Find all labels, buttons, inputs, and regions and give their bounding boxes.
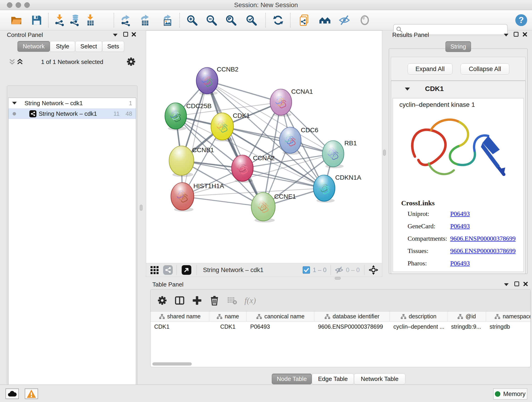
collapse-panel-icon[interactable] <box>503 282 509 287</box>
table-panel-title: Table Panel <box>152 281 184 288</box>
network-node-CDKN1A[interactable] <box>313 175 335 203</box>
network-node-CCNA2[interactable] <box>232 155 253 183</box>
table-cell-1[interactable]: CDK1 <box>209 322 247 332</box>
table-cell-3[interactable]: 9606.ENSP00000378699 <box>314 322 390 332</box>
collapse-panel-icon[interactable] <box>503 33 509 37</box>
expand-all-networks-icon[interactable] <box>17 58 23 65</box>
birdseye-view-button[interactable] <box>182 265 191 275</box>
close-panel-icon[interactable] <box>523 281 528 287</box>
tab-node-table[interactable]: Node Table <box>272 374 312 384</box>
tab-network[interactable]: Network <box>17 41 50 52</box>
network-node-RB1[interactable] <box>322 141 344 168</box>
warning-button[interactable] <box>25 389 38 399</box>
tab-select[interactable]: Select <box>75 41 102 52</box>
network-canvas[interactable]: CCNB2CCNA1CDC25BCDK1CDC6RB1CCNB1CCNA2CDK… <box>146 31 382 263</box>
help-button[interactable]: ? <box>515 13 528 27</box>
show-hidden-button[interactable] <box>358 13 371 27</box>
column-header-1[interactable]: name <box>209 312 247 321</box>
hierarchy-icon <box>159 314 165 319</box>
tab-string-label: String <box>450 43 466 50</box>
left-splitter-handle[interactable] <box>140 205 143 211</box>
collapse-all-button[interactable]: Collapse All <box>461 64 509 75</box>
tab-style[interactable]: Style <box>50 41 75 52</box>
table-row[interactable]: CDK1CDK1P064939606.ENSP00000378699cyclin… <box>151 322 530 332</box>
crosslink-value[interactable]: 9606.ENSP00000378699 <box>450 247 515 255</box>
network-node-CDC25B[interactable] <box>165 103 186 130</box>
zoom-in-button[interactable] <box>185 13 199 27</box>
network-collection-row[interactable]: String Network – cdk1 1 <box>8 98 136 108</box>
cell-value: 9606.ENSP00000378699 <box>318 323 383 330</box>
export-network-button[interactable] <box>119 13 133 27</box>
toolbar-separator <box>196 265 196 275</box>
close-panel-icon[interactable] <box>522 32 527 37</box>
collection-expand-icon[interactable] <box>12 101 17 105</box>
network-graph[interactable]: CCNB2CCNA1CDC25BCDK1CDC6RB1CCNB1CCNA2CDK… <box>146 31 382 263</box>
table-gear-icon[interactable] <box>157 295 167 306</box>
zoom-fit-button[interactable] <box>224 13 238 27</box>
network-node-HIST1H1A[interactable] <box>171 183 194 212</box>
import-network-database-button[interactable] <box>68 13 82 27</box>
float-panel-icon[interactable] <box>514 281 519 286</box>
table-cell-5[interactable]: stringdb:9... <box>447 322 486 332</box>
import-network-file-button[interactable] <box>53 13 66 27</box>
float-panel-icon[interactable] <box>514 32 519 37</box>
network-node-CCNE1[interactable] <box>251 192 275 223</box>
crosslink-value[interactable]: 9606.ENSP00000378699 <box>450 235 515 242</box>
float-panel-icon[interactable] <box>123 32 128 37</box>
new-network-from-selection-button[interactable] <box>298 13 311 27</box>
column-header-2[interactable]: canonical name <box>247 312 314 321</box>
crosslink-value[interactable]: P06493 <box>450 223 470 230</box>
table-cell-2[interactable]: P06493 <box>247 322 314 332</box>
import-table-button[interactable] <box>84 13 97 27</box>
crosslink-value[interactable]: P06493 <box>450 260 470 267</box>
network-node-CCNB1[interactable] <box>169 146 194 177</box>
node-label-CDC6: CDC6 <box>301 127 318 134</box>
column-header-0[interactable]: shared name <box>151 312 209 321</box>
network-node-CCNB2[interactable] <box>196 68 218 95</box>
expand-all-button[interactable]: Expand All <box>408 64 452 75</box>
tab-network-table[interactable]: Network Table <box>354 374 405 384</box>
table-cell-6[interactable]: stringdb <box>486 322 530 332</box>
hidden-eye-icon[interactable] <box>335 266 344 274</box>
table-cell-4[interactable]: cyclin–dependent ... <box>390 322 447 332</box>
tab-edge-table[interactable]: Edge Table <box>312 374 354 384</box>
crosslink-label: Compartments: <box>408 235 447 242</box>
create-column-icon[interactable] <box>192 295 202 306</box>
cell-value: stringdb:9... <box>451 323 481 330</box>
save-session-button[interactable] <box>30 13 43 27</box>
network-options-gear-icon[interactable] <box>126 57 136 67</box>
show-columns-icon[interactable] <box>174 295 185 306</box>
column-header-4[interactable]: description <box>390 312 447 321</box>
column-header-6[interactable]: namespace <box>486 312 530 321</box>
string-network-badge-icon <box>163 265 173 275</box>
tab-string[interactable]: String <box>445 41 471 52</box>
network-node-CCNA1[interactable] <box>270 89 292 117</box>
selected-checkbox[interactable] <box>303 266 310 274</box>
export-table-button[interactable] <box>139 13 152 27</box>
apply-layout-button[interactable] <box>272 13 285 27</box>
column-header-5[interactable]: @id <box>447 312 486 321</box>
memory-button[interactable]: Memory <box>493 389 527 400</box>
table-cell-0[interactable]: CDK1 <box>151 322 209 332</box>
selected-count: 1 – 0 <box>313 267 326 274</box>
collapse-panel-icon[interactable] <box>112 33 118 37</box>
delete-column-trash-icon[interactable] <box>209 295 220 306</box>
cloud-button[interactable] <box>6 389 19 399</box>
zoom-selected-button[interactable] <box>245 13 258 27</box>
grid-view-icon[interactable] <box>150 265 159 274</box>
protein-collapse-icon[interactable] <box>404 87 411 91</box>
close-panel-icon[interactable] <box>131 32 136 37</box>
hide-selected-button[interactable] <box>338 13 351 27</box>
zoom-out-button[interactable] <box>205 13 218 27</box>
horizontal-scrollbar[interactable] <box>152 362 192 366</box>
network-row-selected[interactable]: String Network – cdk1 11 48 <box>8 108 136 119</box>
open-session-button[interactable] <box>10 13 23 27</box>
collapse-all-networks-icon[interactable] <box>9 58 16 65</box>
first-neighbors-button[interactable] <box>318 13 331 27</box>
column-header-3[interactable]: database identifier <box>314 312 390 321</box>
right-splitter-handle[interactable] <box>383 150 386 156</box>
crosslink-value[interactable]: P06493 <box>450 210 470 217</box>
export-image-button[interactable] <box>161 13 174 27</box>
center-view-crosshair-icon[interactable] <box>368 265 379 275</box>
tab-sets[interactable]: Sets <box>102 41 124 52</box>
